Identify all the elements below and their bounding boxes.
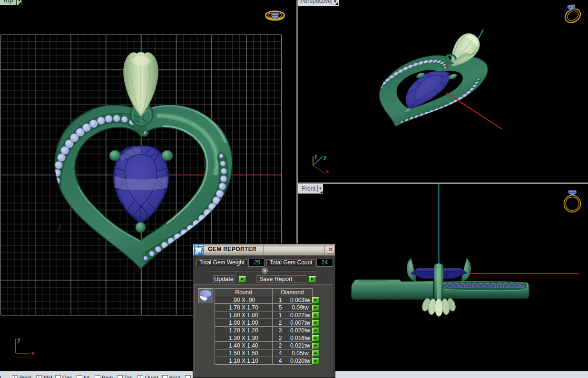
svg-text:x: x [326,168,329,174]
svg-text:y: y [18,336,21,343]
svg-text:y: y [323,154,327,160]
svg-text:z: z [314,154,317,159]
svg-text:x: x [31,350,35,357]
